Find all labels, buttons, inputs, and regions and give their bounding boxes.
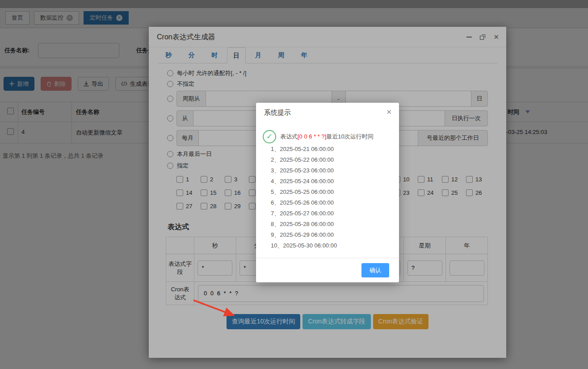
run-time-item: 4、2025-05-24 06:00:00 bbox=[271, 176, 337, 187]
run-time-item: 8、2025-05-28 06:00:00 bbox=[271, 219, 337, 230]
app-screen: 首页 数据监控 × 定时任务 × 任务名称: 任务分组 新增 删除 导出 生成表… bbox=[0, 0, 588, 369]
dialog-footer: 确认 bbox=[256, 258, 399, 282]
run-time-item: 1、2025-05-21 06:00:00 bbox=[271, 144, 337, 155]
system-prompt-dialog: 系统提示 ✕ ✓ 表达式[0 0 6 * * ?]最近10次运行时间 1、202… bbox=[256, 103, 399, 282]
run-time-item: 10、2025-05-30 06:00:00 bbox=[271, 240, 337, 251]
run-time-item: 2、2025-05-22 06:00:00 bbox=[271, 155, 337, 165]
run-time-item: 7、2025-05-27 06:00:00 bbox=[271, 208, 337, 219]
dialog-title: 系统提示 bbox=[264, 109, 291, 117]
close-icon[interactable]: ✕ bbox=[386, 108, 392, 116]
run-time-item: 3、2025-05-23 06:00:00 bbox=[271, 165, 337, 176]
run-times-list: 1、2025-05-21 06:00:00 2、2025-05-22 06:00… bbox=[271, 144, 337, 251]
run-time-item: 9、2025-05-29 06:00:00 bbox=[271, 230, 337, 240]
dialog-message: ✓ 表达式[0 0 6 * * ?]最近10次运行时间 bbox=[263, 130, 374, 143]
run-time-item: 6、2025-05-26 06:00:00 bbox=[271, 197, 337, 208]
confirm-button[interactable]: 确认 bbox=[361, 263, 389, 277]
message-prefix: 表达式 bbox=[280, 133, 298, 140]
message-expression: [0 0 6 * * ?] bbox=[298, 133, 326, 140]
message-suffix: 最近10次运行时间 bbox=[326, 133, 373, 140]
run-time-item: 5、2025-05-25 06:00:00 bbox=[271, 187, 337, 197]
success-check-icon: ✓ bbox=[263, 130, 276, 143]
